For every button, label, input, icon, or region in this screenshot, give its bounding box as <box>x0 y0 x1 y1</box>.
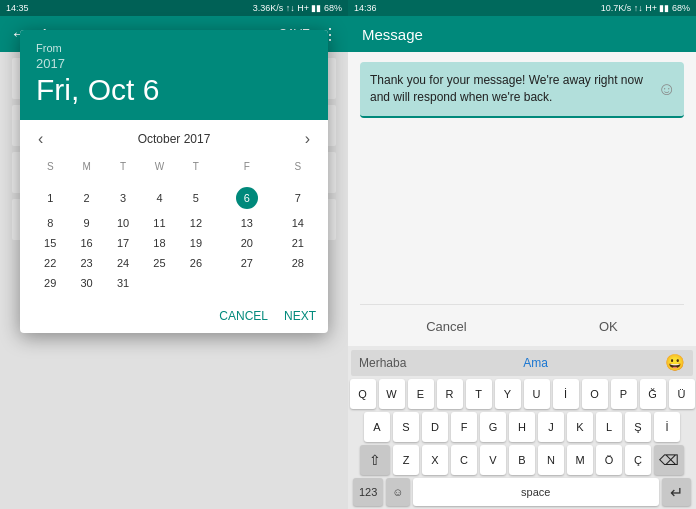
day-cell[interactable]: 29 <box>32 273 68 293</box>
key-a[interactable]: A <box>364 412 390 442</box>
day-cell[interactable]: 25 <box>141 253 177 273</box>
key-e[interactable]: E <box>408 379 434 409</box>
left-panel: 14:35 3.36K/s ↑↓ H+ ▮▮ 68% ← Away messag… <box>0 0 348 509</box>
day-header-f: F <box>214 158 279 175</box>
key-c[interactable]: C <box>451 445 477 475</box>
day-cell[interactable]: 27 <box>214 253 279 273</box>
key-o[interactable]: O <box>582 379 608 409</box>
prev-month-button[interactable]: ‹ <box>32 128 49 150</box>
day-cell[interactable] <box>280 175 316 183</box>
shift-key[interactable]: ⇧ <box>360 445 390 475</box>
day-cell[interactable]: 15 <box>32 233 68 253</box>
day-cell[interactable]: 11 <box>141 213 177 233</box>
suggestion-2[interactable]: Ama <box>523 356 548 370</box>
day-cell[interactable]: 22 <box>32 253 68 273</box>
key-m[interactable]: M <box>567 445 593 475</box>
day-cell[interactable]: 18 <box>141 233 177 253</box>
day-cell[interactable]: 19 <box>178 233 214 253</box>
key-y[interactable]: Y <box>495 379 521 409</box>
emoji-key[interactable]: ☺ <box>386 478 409 506</box>
key-r[interactable]: R <box>437 379 463 409</box>
key-u[interactable]: U <box>524 379 550 409</box>
day-cell[interactable]: 7 <box>280 183 316 213</box>
key-z[interactable]: Z <box>393 445 419 475</box>
numbers-key[interactable]: 123 <box>353 478 383 506</box>
calendar-nav: ‹ October 2017 › <box>32 128 316 150</box>
day-cell[interactable]: 10 <box>105 213 141 233</box>
key-h[interactable]: H <box>509 412 535 442</box>
key-i[interactable]: İ <box>553 379 579 409</box>
day-cell[interactable] <box>214 175 279 183</box>
day-cell-selected[interactable]: 6 <box>214 183 279 213</box>
key-l[interactable]: L <box>596 412 622 442</box>
key-i-dot[interactable]: İ <box>654 412 680 442</box>
day-cell[interactable]: 31 <box>105 273 141 293</box>
right-page-title: Message <box>362 26 423 43</box>
day-cell[interactable] <box>32 175 68 183</box>
next-month-button[interactable]: › <box>299 128 316 150</box>
suggestion-1[interactable]: Merhaba <box>359 356 406 370</box>
next-button[interactable]: NEXT <box>284 309 316 323</box>
message-area: Thank you for your message! We're away r… <box>348 52 696 509</box>
day-cell[interactable]: 17 <box>105 233 141 253</box>
status-bar-right: 14:36 10.7K/s ↑↓ H+ ▮▮ 68% <box>348 0 696 16</box>
key-g[interactable]: G <box>480 412 506 442</box>
day-cell[interactable]: 2 <box>68 183 104 213</box>
key-x[interactable]: X <box>422 445 448 475</box>
calendar-footer: CANCEL NEXT <box>20 301 328 333</box>
enter-key[interactable]: ↵ <box>662 478 691 506</box>
keyboard-row-2: A S D F G H J K L Ş İ <box>351 412 693 442</box>
day-cell[interactable]: 5 <box>178 183 214 213</box>
key-u-umlaut[interactable]: Ü <box>669 379 695 409</box>
keyboard-row-3: ⇧ Z X C V B N M Ö Ç ⌫ <box>351 445 693 475</box>
key-k[interactable]: K <box>567 412 593 442</box>
emoji-picker-icon[interactable]: ☺ <box>658 78 676 99</box>
day-cell[interactable]: 8 <box>32 213 68 233</box>
key-q[interactable]: Q <box>350 379 376 409</box>
spacer <box>348 124 696 304</box>
message-text[interactable]: Thank you for your message! We're away r… <box>370 72 648 106</box>
day-cell[interactable]: 12 <box>178 213 214 233</box>
day-cell[interactable] <box>68 175 104 183</box>
day-cell[interactable]: 23 <box>68 253 104 273</box>
backspace-key[interactable]: ⌫ <box>654 445 684 475</box>
key-p[interactable]: P <box>611 379 637 409</box>
day-cell[interactable]: 1 <box>32 183 68 213</box>
key-t[interactable]: T <box>466 379 492 409</box>
day-cell[interactable]: 16 <box>68 233 104 253</box>
key-s-cedilla[interactable]: Ş <box>625 412 651 442</box>
day-cell[interactable]: 9 <box>68 213 104 233</box>
key-o-umlaut[interactable]: Ö <box>596 445 622 475</box>
key-c-cedilla[interactable]: Ç <box>625 445 651 475</box>
suggestion-emoji[interactable]: 😀 <box>665 353 685 372</box>
day-cell[interactable]: 26 <box>178 253 214 273</box>
key-b[interactable]: B <box>509 445 535 475</box>
calendar-year: 2017 <box>36 56 312 71</box>
key-n[interactable]: N <box>538 445 564 475</box>
day-cell[interactable]: 28 <box>280 253 316 273</box>
ok-dialog-button[interactable]: OK <box>579 315 638 338</box>
key-j[interactable]: J <box>538 412 564 442</box>
calendar-grid: S M T W T F S <box>32 158 316 293</box>
cancel-dialog-button[interactable]: Cancel <box>406 315 486 338</box>
day-cell[interactable]: 4 <box>141 183 177 213</box>
day-cell[interactable]: 13 <box>214 213 279 233</box>
message-box[interactable]: Thank you for your message! We're away r… <box>360 62 684 118</box>
space-key[interactable]: space <box>413 478 659 506</box>
key-v[interactable]: V <box>480 445 506 475</box>
cancel-button[interactable]: CANCEL <box>219 309 268 323</box>
key-w[interactable]: W <box>379 379 405 409</box>
day-cell[interactable]: 3 <box>105 183 141 213</box>
day-cell[interactable] <box>141 175 177 183</box>
day-cell[interactable]: 14 <box>280 213 316 233</box>
day-cell[interactable]: 20 <box>214 233 279 253</box>
day-cell[interactable]: 21 <box>280 233 316 253</box>
key-f[interactable]: F <box>451 412 477 442</box>
key-s[interactable]: S <box>393 412 419 442</box>
day-cell[interactable]: 24 <box>105 253 141 273</box>
day-cell[interactable]: 30 <box>68 273 104 293</box>
day-cell[interactable] <box>105 175 141 183</box>
key-d[interactable]: D <box>422 412 448 442</box>
key-g-breve[interactable]: Ğ <box>640 379 666 409</box>
day-cell[interactable] <box>178 175 214 183</box>
